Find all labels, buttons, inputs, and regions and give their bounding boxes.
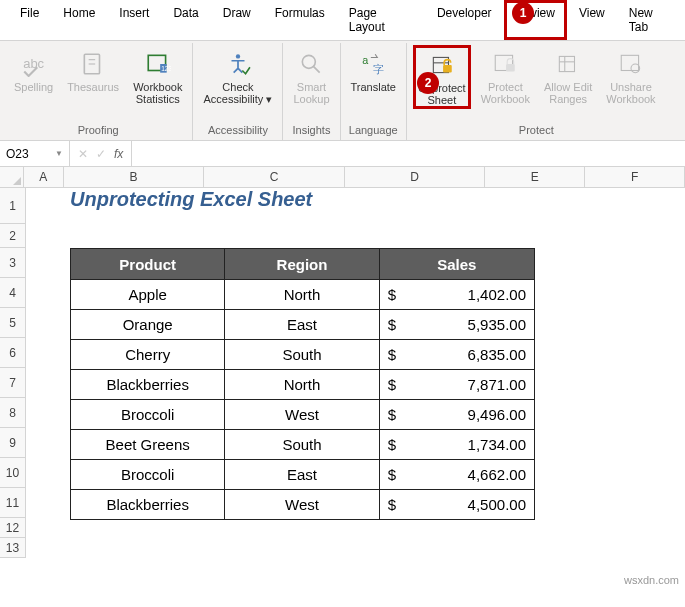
translate-button[interactable]: a字 Translate xyxy=(347,45,400,95)
cell-region[interactable]: West xyxy=(225,399,379,429)
svg-text:a: a xyxy=(362,54,369,66)
col-header-F[interactable]: F xyxy=(585,167,685,187)
row-header-3[interactable]: 3 xyxy=(0,248,26,278)
cell-sales[interactable]: $1,402.00 xyxy=(380,279,534,309)
tab-developer[interactable]: Developer xyxy=(425,0,504,40)
workbook-statistics-icon: 123 xyxy=(145,47,171,81)
row-headers: 1 2 3 4 5 6 7 8 9 10 11 12 13 xyxy=(0,188,26,558)
svg-rect-17 xyxy=(559,56,574,71)
col-header-C[interactable]: C xyxy=(204,167,345,187)
dropdown-icon[interactable]: ▼ xyxy=(55,149,63,158)
tab-insert[interactable]: Insert xyxy=(107,0,161,40)
data-table: Product Region Sales AppleNorth$1,402.00… xyxy=(70,248,535,520)
cell-sales[interactable]: $4,500.00 xyxy=(380,489,534,519)
cancel-icon[interactable]: ✕ xyxy=(78,147,88,161)
cell-region[interactable]: West xyxy=(225,489,379,519)
row-header-2[interactable]: 2 xyxy=(0,224,26,248)
cell-sales[interactable]: $9,496.00 xyxy=(380,399,534,429)
svg-text:123: 123 xyxy=(161,65,171,72)
translate-icon: a字 xyxy=(360,47,386,81)
table-header-sales: Sales xyxy=(380,249,534,279)
name-box-value: O23 xyxy=(6,147,29,161)
smart-lookup-button[interactable]: Smart Lookup xyxy=(289,45,333,107)
workbook-statistics-button[interactable]: 123 Workbook Statistics xyxy=(129,45,186,107)
group-accessibility: Check Accessibility ▾ Accessibility xyxy=(193,43,283,140)
cell-region[interactable]: North xyxy=(225,279,379,309)
row-header-11[interactable]: 11 xyxy=(0,488,26,518)
allow-edit-ranges-icon xyxy=(555,47,581,81)
cell-region[interactable]: North xyxy=(225,369,379,399)
row-header-12[interactable]: 12 xyxy=(0,518,26,538)
cell-product[interactable]: Broccoli xyxy=(71,399,225,429)
tab-home[interactable]: Home xyxy=(51,0,107,40)
thesaurus-button[interactable]: Thesaurus xyxy=(63,45,123,95)
cell-sales[interactable]: $7,871.00 xyxy=(380,369,534,399)
cell-sales[interactable]: $1,734.00 xyxy=(380,429,534,459)
cell-product[interactable]: Blackberries xyxy=(71,369,225,399)
table-row: AppleNorth$1,402.00 xyxy=(71,279,534,309)
unshare-workbook-label: Unshare Workbook xyxy=(606,81,655,105)
col-header-D[interactable]: D xyxy=(345,167,486,187)
cell-region[interactable]: East xyxy=(225,459,379,489)
col-header-E[interactable]: E xyxy=(485,167,585,187)
cell-product[interactable]: Apple xyxy=(71,279,225,309)
protect-workbook-button[interactable]: Protect Workbook xyxy=(477,45,534,107)
row-header-7[interactable]: 7 xyxy=(0,368,26,398)
row-header-8[interactable]: 8 xyxy=(0,398,26,428)
formula-input[interactable] xyxy=(132,141,685,166)
col-header-B[interactable]: B xyxy=(64,167,205,187)
allow-edit-ranges-button[interactable]: Allow Edit Ranges xyxy=(540,45,596,107)
allow-edit-ranges-label: Allow Edit Ranges xyxy=(544,81,592,105)
thesaurus-icon xyxy=(80,47,106,81)
cell-product[interactable]: Beet Greens xyxy=(71,429,225,459)
tab-view[interactable]: View xyxy=(567,0,617,40)
table-row: OrangeEast$5,935.00 xyxy=(71,309,534,339)
row-header-6[interactable]: 6 xyxy=(0,338,26,368)
cell-sales[interactable]: $5,935.00 xyxy=(380,309,534,339)
col-header-A[interactable]: A xyxy=(24,167,64,187)
cell-product[interactable]: Broccoli xyxy=(71,459,225,489)
spelling-icon: abc xyxy=(21,47,47,81)
group-accessibility-label: Accessibility xyxy=(208,122,268,138)
unshare-workbook-button[interactable]: Unshare Workbook xyxy=(602,45,659,107)
name-box[interactable]: O23 ▼ xyxy=(0,141,70,166)
thesaurus-label: Thesaurus xyxy=(67,81,119,93)
cell-product[interactable]: Cherry xyxy=(71,339,225,369)
tab-draw[interactable]: Draw xyxy=(211,0,263,40)
group-language-label: Language xyxy=(349,122,398,138)
row-header-5[interactable]: 5 xyxy=(0,308,26,338)
row-header-10[interactable]: 10 xyxy=(0,458,26,488)
table-header-product: Product xyxy=(71,249,225,279)
tab-page-layout[interactable]: Page Layout xyxy=(337,0,425,40)
cells-area[interactable]: Unprotecting Excel Sheet Product Region … xyxy=(26,188,685,558)
check-accessibility-button[interactable]: Check Accessibility ▾ xyxy=(199,45,276,107)
accessibility-icon xyxy=(225,47,251,81)
fx-icon[interactable]: fx xyxy=(114,147,123,161)
table-row: Beet GreensSouth$1,734.00 xyxy=(71,429,534,459)
enter-icon[interactable]: ✓ xyxy=(96,147,106,161)
svg-rect-16 xyxy=(506,64,515,72)
translate-label: Translate xyxy=(351,81,396,93)
spelling-button[interactable]: abc Spelling xyxy=(10,45,57,95)
row-header-4[interactable]: 4 xyxy=(0,278,26,308)
cell-product[interactable]: Blackberries xyxy=(71,489,225,519)
table-row: BlackberriesNorth$7,871.00 xyxy=(71,369,534,399)
select-all-corner[interactable] xyxy=(0,167,24,187)
cell-sales[interactable]: $6,835.00 xyxy=(380,339,534,369)
tab-data[interactable]: Data xyxy=(161,0,210,40)
row-header-1[interactable]: 1 xyxy=(0,188,26,224)
column-headers: A B C D E F xyxy=(0,167,685,188)
row-header-13[interactable]: 13 xyxy=(0,538,26,558)
tab-file[interactable]: File xyxy=(8,0,51,40)
tab-formulas[interactable]: Formulas xyxy=(263,0,337,40)
tab-new-tab[interactable]: New Tab xyxy=(617,0,685,40)
unshare-workbook-icon xyxy=(618,47,644,81)
cell-region[interactable]: East xyxy=(225,309,379,339)
check-accessibility-label: Check Accessibility ▾ xyxy=(203,81,272,105)
cell-sales[interactable]: $4,662.00 xyxy=(380,459,534,489)
cell-product[interactable]: Orange xyxy=(71,309,225,339)
cell-region[interactable]: South xyxy=(225,339,379,369)
cell-region[interactable]: South xyxy=(225,429,379,459)
workbook-statistics-label: Workbook Statistics xyxy=(133,81,182,105)
row-header-9[interactable]: 9 xyxy=(0,428,26,458)
